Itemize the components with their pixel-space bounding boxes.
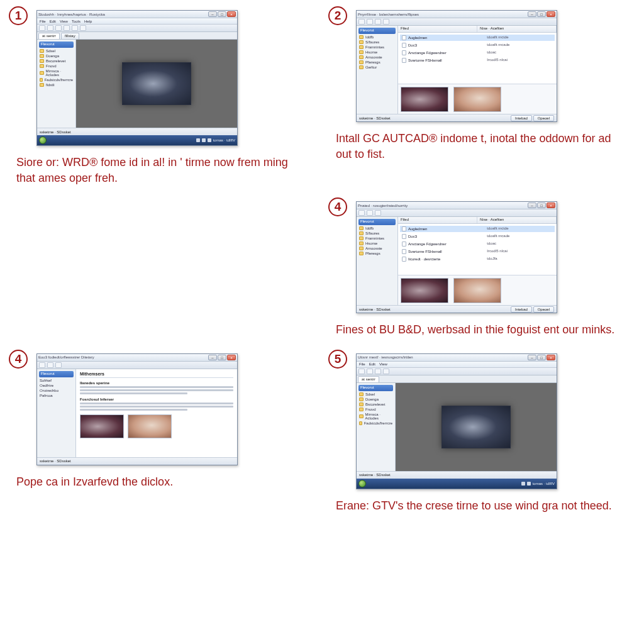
close-button[interactable]: × [227, 355, 236, 360]
sidebar-item[interactable]: Doenga [358, 397, 393, 401]
file-row[interactable]: Doc3tdoafit mcade [400, 233, 555, 240]
sidebar-item[interactable]: Oedfrtre [39, 384, 74, 387]
file-row[interactable]: Svartome FSHamallIrcodI5 nIcai [400, 57, 555, 64]
action-button[interactable]: Opeoel [533, 306, 554, 313]
tab[interactable]: at sentrr [38, 33, 60, 39]
menu-item[interactable]: File [359, 362, 365, 366]
toolbar-button[interactable] [39, 362, 45, 368]
maximize-button[interactable]: □ [537, 11, 546, 17]
sidebar-item[interactable]: Iddfb [358, 35, 396, 39]
action-button[interactable]: Opeoel [533, 115, 554, 121]
tab[interactable]: at sentrr [358, 376, 379, 382]
maximize-button[interactable]: □ [218, 355, 226, 360]
file-row[interactable]: Doc3tdoafit mcade [400, 42, 555, 48]
maximize-button[interactable]: □ [537, 355, 546, 360]
toolbar-button[interactable] [358, 19, 365, 25]
sidebar-item[interactable]: Hsorse [358, 242, 396, 245]
toolbar-button[interactable] [367, 210, 373, 216]
close-button[interactable]: × [547, 203, 555, 208]
sidebar-item[interactable]: Doenga [39, 54, 74, 58]
file-row[interactable]: Augledmentdoafit mctde [400, 226, 555, 232]
minimize-button[interactable]: – [528, 355, 536, 360]
sidebar-item[interactable]: Sdsel [39, 49, 74, 53]
sidebar-item[interactable]: Sdsel [358, 392, 393, 396]
sidebar-item[interactable]: Pferesgs [358, 252, 396, 255]
toolbar-button[interactable] [80, 25, 86, 31]
thumbnail[interactable] [128, 414, 172, 438]
sidebar-item[interactable]: Fadstcds/frerrcre [39, 78, 74, 82]
tray-icon[interactable] [196, 138, 200, 142]
menu-item[interactable]: Edit [50, 19, 56, 23]
menu-item[interactable]: File [40, 19, 46, 23]
file-row[interactable]: Arsctange Fdgwerdnertdoac [400, 50, 555, 56]
sidebar-item[interactable]: Framnintes [358, 45, 396, 49]
tab[interactable]: fillstay [61, 33, 79, 39]
file-row[interactable]: Svartome FSHamallIrcodI5 nIcai [400, 248, 555, 255]
close-button[interactable]: × [547, 355, 555, 360]
toolbar-button[interactable] [72, 25, 78, 31]
toolbar-button[interactable] [383, 369, 389, 374]
file-row[interactable]: Augledmentdoafit mctde [400, 35, 555, 41]
toolbar-button[interactable] [55, 25, 62, 31]
sidebar-item[interactable]: Orutrechbo [39, 389, 74, 392]
maximize-button[interactable]: □ [218, 11, 226, 17]
toolbar-button[interactable] [375, 210, 381, 216]
minimize-button[interactable]: – [208, 11, 217, 17]
sidebar-item[interactable]: Mirnsca · Aclodes [358, 413, 393, 420]
thumbnail[interactable] [401, 278, 448, 303]
thumbnail[interactable] [401, 87, 448, 112]
toolbar-button[interactable] [358, 369, 365, 374]
sidebar-item[interactable]: Iddfb [358, 226, 396, 230]
toolbar-button[interactable] [367, 369, 373, 374]
menu-item[interactable]: Tools [72, 19, 80, 23]
tray-icon[interactable] [521, 482, 525, 486]
start-button[interactable] [39, 136, 47, 144]
thumbnail[interactable] [453, 87, 501, 112]
toolbar-button[interactable] [39, 25, 45, 31]
sidebar-item[interactable]: S/faures [358, 231, 396, 235]
action-button[interactable]: Intebad [511, 115, 532, 121]
column-header[interactable]: Nise · Acefiten [477, 26, 557, 32]
toolbar-button[interactable] [383, 19, 389, 25]
column-header[interactable]: Nise · Acefiten [477, 217, 557, 223]
sidebar-item[interactable]: Sofrkef [39, 379, 74, 382]
sidebar-item[interactable]: Hsorse [358, 50, 396, 54]
toolbar-button[interactable] [358, 210, 365, 216]
thumbnail[interactable] [453, 278, 501, 303]
toolbar-button[interactable] [375, 369, 381, 374]
sidebar-item[interactable]: Pafrcoa [39, 394, 74, 397]
menu-item[interactable]: Edit [369, 362, 375, 366]
close-button[interactable]: × [227, 11, 236, 17]
sidebar-item[interactable]: Amoosste [358, 55, 396, 59]
toolbar-button[interactable] [47, 362, 53, 368]
toolbar-button[interactable] [375, 19, 381, 25]
sidebar-item[interactable]: Amoosste [358, 247, 396, 250]
sidebar-item[interactable]: fidstli [39, 83, 74, 87]
file-row[interactable]: Arsctange Fdgwerdnertdoac [400, 241, 555, 247]
minimize-button[interactable]: – [528, 11, 536, 17]
start-button[interactable] [358, 480, 366, 487]
sidebar-item[interactable]: Pferesgs [358, 60, 396, 64]
sidebar-item[interactable]: S/faures [358, 40, 396, 44]
sidebar-item[interactable]: Bscorelevet [39, 59, 74, 63]
sidebar-item[interactable]: Fnovd [358, 408, 393, 411]
column-header[interactable]: Filed [398, 217, 477, 223]
column-header[interactable]: Filed [398, 26, 477, 32]
thumbnail[interactable] [80, 414, 124, 438]
sidebar-item[interactable]: Fadstcds/frerrcre [358, 421, 393, 425]
toolbar-button[interactable] [367, 19, 373, 25]
menu-item[interactable]: View [379, 362, 387, 366]
toolbar-button[interactable] [64, 25, 70, 31]
file-row[interactable]: Iicoredt · desrctertetdoJfa [400, 256, 555, 262]
minimize-button[interactable]: – [208, 355, 217, 360]
sidebar-item[interactable]: Bscorelevet [358, 402, 393, 406]
toolbar-button[interactable] [47, 25, 53, 31]
sidebar-item[interactable]: Gerltur [358, 65, 396, 69]
menu-item[interactable]: Help [84, 19, 92, 23]
tray-icon[interactable] [202, 138, 206, 142]
sidebar-item[interactable]: Fnovd [39, 64, 74, 68]
sidebar-item[interactable]: Framnintes [358, 236, 396, 240]
tray-icon[interactable] [527, 482, 531, 486]
close-button[interactable]: × [547, 11, 555, 17]
tray-icon[interactable] [208, 138, 211, 142]
